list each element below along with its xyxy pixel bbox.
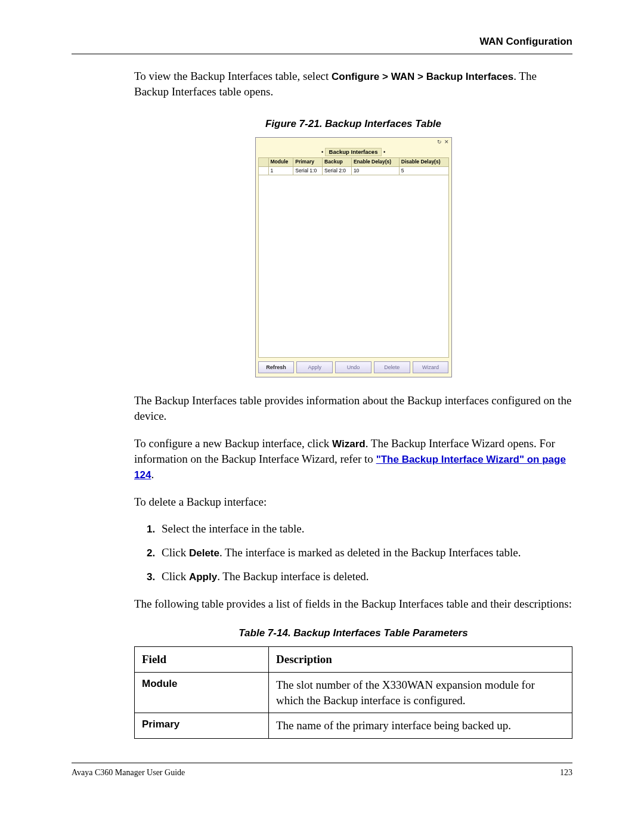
close-icon[interactable]: ✕ — [444, 139, 449, 145]
col-disable-delay[interactable]: Disable Delay(s) — [399, 158, 448, 166]
step-3-pre: Click — [162, 570, 189, 583]
step-2-post: . The interface is marked as deleted in … — [219, 546, 521, 559]
footer-left: Avaya C360 Manager User Guide — [72, 768, 185, 778]
wizard-post: . — [151, 468, 154, 481]
panel-title: Backup Interfaces — [325, 148, 382, 157]
wizard-pre: To configure a new Backup interface, cli… — [134, 437, 332, 450]
panel-button-bar: Refresh Apply Undo Delete Wizard — [256, 358, 451, 377]
row-marker — [258, 166, 268, 175]
row-marker-header — [258, 158, 268, 166]
figure-caption: Figure 7-21. Backup Interfaces Table — [134, 117, 572, 131]
table-row[interactable]: 1 Serial 1:0 Serial 2:0 10 5 — [258, 166, 448, 175]
wizard-paragraph: To configure a new Backup interface, cli… — [134, 436, 572, 482]
wizard-button[interactable]: Wizard — [413, 361, 449, 373]
params-table: Field Description Module The slot number… — [134, 646, 572, 739]
cell-enable: 10 — [351, 166, 399, 175]
backup-interfaces-table: Module Primary Backup Enable Delay(s) Di… — [258, 157, 449, 175]
table-intro-paragraph: The following table provides a list of f… — [134, 596, 572, 612]
step-3-post: . The Backup interface is deleted. — [217, 570, 369, 583]
step-3: Click Apply. The Backup interface is del… — [158, 569, 572, 584]
panel-title-row: • Backup Interfaces • — [256, 147, 451, 158]
cell-disable: 5 — [399, 166, 448, 175]
wizard-bold: Wizard — [332, 438, 366, 450]
footer-page-number: 123 — [560, 768, 572, 778]
table-row: Primary The name of the primary interfac… — [135, 713, 572, 739]
page-footer: Avaya C360 Manager User Guide 123 — [72, 763, 572, 778]
col-module[interactable]: Module — [268, 158, 293, 166]
desc-module: The slot number of the X330WAN expansion… — [269, 672, 572, 713]
figure-wrap: ↻ ✕ • Backup Interfaces • Module Primary… — [134, 137, 572, 378]
header-rule — [72, 54, 572, 54]
col-backup[interactable]: Backup — [323, 158, 352, 166]
section-header: WAN Configuration — [72, 36, 572, 48]
step-2: Click Delete. The interface is marked as… — [158, 545, 572, 561]
field-primary: Primary — [135, 713, 269, 739]
desc-primary: The name of the primary interface being … — [269, 713, 572, 739]
table-header-row: Module Primary Backup Enable Delay(s) Di… — [258, 158, 448, 166]
intro-path: Configure > WAN > Backup Interfaces — [332, 71, 513, 82]
refresh-icon[interactable]: ↻ — [437, 139, 442, 145]
cell-backup: Serial 2:0 — [323, 166, 352, 175]
delete-intro: To delete a Backup interface: — [134, 494, 572, 510]
undo-button[interactable]: Undo — [335, 361, 371, 373]
apply-button[interactable]: Apply — [296, 361, 333, 373]
step-2-pre: Click — [162, 546, 189, 559]
table-empty-area — [258, 175, 449, 358]
intro-pre: To view the Backup Interfaces table, sel… — [134, 70, 332, 82]
step-2-bold: Delete — [189, 547, 219, 559]
table-row: Module The slot number of the X330WAN ex… — [135, 672, 572, 713]
col-primary[interactable]: Primary — [293, 158, 323, 166]
delete-steps: Select the interface in the table. Click… — [140, 521, 572, 584]
desc-header: Description — [269, 647, 572, 673]
backup-interfaces-panel: ↻ ✕ • Backup Interfaces • Module Primary… — [255, 137, 452, 378]
post-figure-paragraph: The Backup Interfaces table provides inf… — [134, 393, 572, 423]
intro-paragraph: To view the Backup Interfaces table, sel… — [134, 69, 572, 100]
col-enable-delay[interactable]: Enable Delay(s) — [351, 158, 399, 166]
field-module: Module — [135, 672, 269, 713]
step-1: Select the interface in the table. — [158, 521, 572, 537]
delete-button[interactable]: Delete — [374, 361, 410, 373]
panel-titlebar: ↻ ✕ — [256, 138, 451, 147]
field-header: Field — [135, 647, 269, 673]
refresh-button[interactable]: Refresh — [258, 361, 295, 373]
table-caption: Table 7-14. Backup Interfaces Table Para… — [134, 627, 572, 640]
cell-module: 1 — [268, 166, 293, 175]
params-header-row: Field Description — [135, 647, 572, 673]
step-3-bold: Apply — [189, 571, 217, 583]
footer-rule — [72, 763, 572, 763]
cell-primary: Serial 1:0 — [293, 166, 323, 175]
